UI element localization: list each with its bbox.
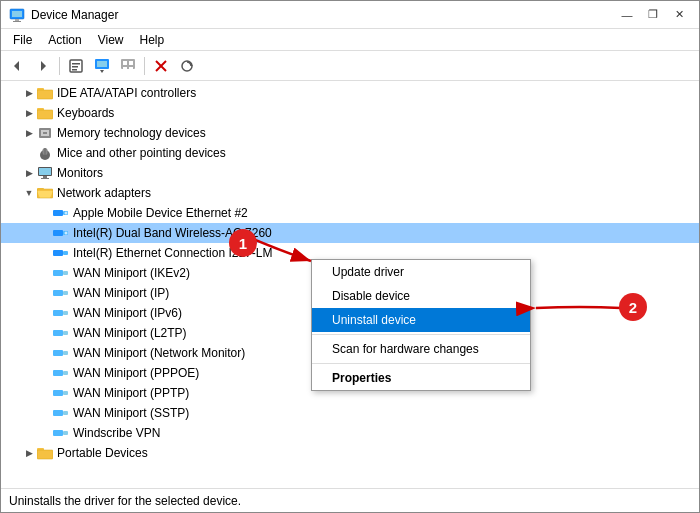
ctx-scan-hardware[interactable]: Scan for hardware changes — [312, 337, 530, 361]
tree-label-monitors: Monitors — [57, 166, 103, 180]
ctx-separator — [312, 334, 530, 335]
tree-item-windscribe[interactable]: Windscribe VPN — [1, 423, 699, 443]
spacer-intel-eth — [37, 245, 53, 261]
ctx-disable-device[interactable]: Disable device — [312, 284, 530, 308]
tree-item-memory[interactable]: ▶ Memory technology devices — [1, 123, 699, 143]
menu-action[interactable]: Action — [40, 31, 89, 49]
window-title: Device Manager — [31, 8, 118, 22]
forward-button[interactable] — [31, 54, 55, 78]
svg-rect-54 — [53, 310, 63, 316]
tree-label-wan-ipv6: WAN Miniport (IPv6) — [73, 306, 182, 320]
ctx-update-driver[interactable]: Update driver — [312, 260, 530, 284]
wan-icon-pppoe — [53, 365, 69, 381]
network-icon-apple — [53, 205, 69, 221]
tree-label-wan-ip: WAN Miniport (IP) — [73, 286, 169, 300]
svg-rect-14 — [123, 61, 127, 65]
svg-rect-48 — [53, 250, 63, 256]
toolbar-separator-1 — [59, 57, 60, 75]
svg-rect-35 — [39, 168, 51, 175]
expand-arrow-ide[interactable]: ▶ — [21, 85, 37, 101]
svg-rect-65 — [63, 411, 68, 415]
expand-arrow-monitors[interactable]: ▶ — [21, 165, 37, 181]
annotation-2: 2 — [619, 293, 647, 321]
wan-icon-windscribe — [53, 425, 69, 441]
expand-arrow-mice[interactable] — [21, 145, 37, 161]
tree-item-ide[interactable]: ▶ IDE ATA/ATAPI controllers — [1, 83, 699, 103]
tree-label-portable: Portable Devices — [57, 446, 148, 460]
wan-icon-l2tp — [53, 325, 69, 341]
back-button[interactable] — [5, 54, 29, 78]
svg-rect-39 — [37, 188, 44, 191]
toolbar — [1, 51, 699, 81]
tree-item-apple[interactable]: Apple Mobile Device Ethernet #2 — [1, 203, 699, 223]
close-button[interactable]: ✕ — [667, 5, 691, 25]
context-menu: Update driver Disable device Uninstall d… — [311, 259, 531, 391]
show-hidden-button[interactable] — [116, 54, 140, 78]
status-bar: Uninstalls the driver for the selected d… — [1, 488, 699, 512]
svg-rect-61 — [63, 371, 68, 375]
svg-rect-45 — [53, 230, 63, 236]
tree-item-portable[interactable]: ▶ Portable Devices — [1, 443, 699, 463]
minimize-button[interactable]: — — [615, 5, 639, 25]
svg-point-44 — [65, 212, 68, 215]
svg-rect-3 — [13, 21, 21, 22]
tree-item-monitors[interactable]: ▶ Monitors — [1, 163, 699, 183]
title-bar-left: Device Manager — [9, 7, 118, 23]
svg-rect-67 — [63, 431, 68, 435]
spacer-intel-wifi — [37, 225, 53, 241]
svg-rect-7 — [72, 63, 80, 65]
ctx-uninstall-device[interactable]: Uninstall device — [312, 308, 530, 332]
tree-label-memory: Memory technology devices — [57, 126, 206, 140]
ctx-separator-2 — [312, 363, 530, 364]
monitor-icon — [37, 165, 53, 181]
wan-icon-ipv6 — [53, 305, 69, 321]
wan-icon-ikev2 — [53, 265, 69, 281]
main-area: ▶ IDE ATA/ATAPI controllers ▶ Keyboards … — [1, 81, 699, 488]
tree-label-wan-pppoe: WAN Miniport (PPPOE) — [73, 366, 199, 380]
svg-rect-16 — [123, 67, 127, 70]
menu-help[interactable]: Help — [132, 31, 173, 49]
spacer-wan-netmon — [37, 345, 53, 361]
spacer-apple — [37, 205, 53, 221]
title-bar-buttons: — ❐ ✕ — [615, 5, 691, 25]
expand-arrow-portable[interactable]: ▶ — [21, 445, 37, 461]
update-driver-button[interactable] — [90, 54, 114, 78]
svg-rect-63 — [63, 391, 68, 395]
tree-label-apple: Apple Mobile Device Ethernet #2 — [73, 206, 248, 220]
restore-button[interactable]: ❐ — [641, 5, 665, 25]
tree-label-ide: IDE ATA/ATAPI controllers — [57, 86, 196, 100]
properties-button[interactable] — [64, 54, 88, 78]
menu-file[interactable]: File — [5, 31, 40, 49]
svg-rect-56 — [53, 330, 63, 336]
network-icon-intel-eth — [53, 245, 69, 261]
expand-arrow-keyboards[interactable]: ▶ — [21, 105, 37, 121]
wan-icon-netmon — [53, 345, 69, 361]
tree-label-wan-netmon: WAN Miniport (Network Monitor) — [73, 346, 245, 360]
svg-rect-62 — [53, 390, 63, 396]
wan-icon-sstp — [53, 405, 69, 421]
expand-arrow-network[interactable]: ▼ — [21, 185, 37, 201]
tree-item-wan-sstp[interactable]: WAN Miniport (SSTP) — [1, 403, 699, 423]
tree-item-network[interactable]: ▼ Network adapters — [1, 183, 699, 203]
expand-arrow-memory[interactable]: ▶ — [21, 125, 37, 141]
tree-item-keyboards[interactable]: ▶ Keyboards — [1, 103, 699, 123]
network-icon-intel-wifi — [53, 225, 69, 241]
tree-item-intel-wifi[interactable]: Intel(R) Dual Band Wireless-AC 7260 — [1, 223, 699, 243]
uninstall-button[interactable] — [149, 54, 173, 78]
svg-marker-4 — [14, 61, 19, 71]
tree-item-mice[interactable]: Mice and other pointing devices — [1, 143, 699, 163]
device-tree[interactable]: ▶ IDE ATA/ATAPI controllers ▶ Keyboards … — [1, 81, 699, 488]
spacer-wan-pppoe — [37, 365, 53, 381]
svg-rect-50 — [53, 270, 63, 276]
tree-label-wan-pptp: WAN Miniport (PPTP) — [73, 386, 189, 400]
svg-rect-49 — [63, 251, 68, 255]
app-icon — [9, 7, 25, 23]
spacer-wan-ipv6 — [37, 305, 53, 321]
menu-view[interactable]: View — [90, 31, 132, 49]
scan-changes-button[interactable] — [175, 54, 199, 78]
folder-icon-portable — [37, 445, 53, 461]
ctx-properties[interactable]: Properties — [312, 366, 530, 390]
svg-rect-17 — [129, 67, 133, 70]
svg-rect-37 — [41, 178, 49, 179]
tree-label-wan-l2tp: WAN Miniport (L2TP) — [73, 326, 187, 340]
